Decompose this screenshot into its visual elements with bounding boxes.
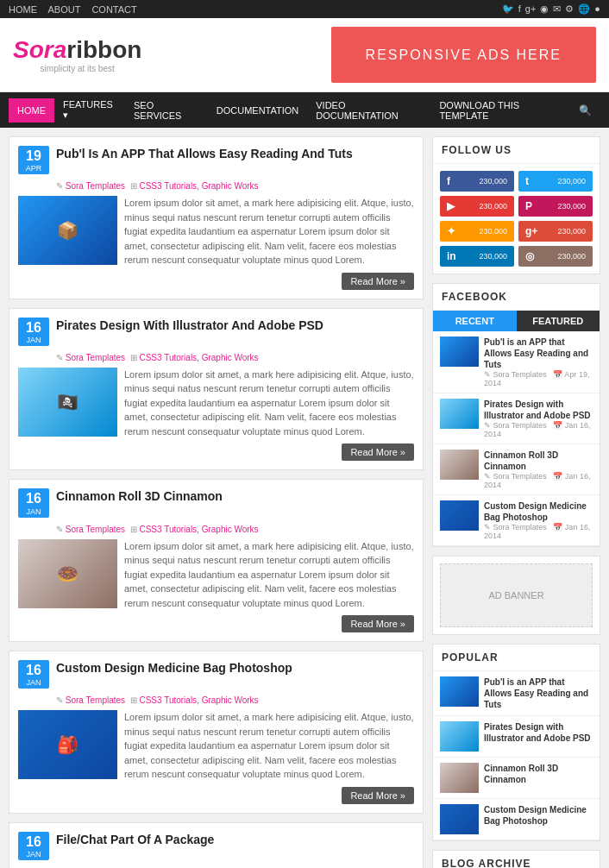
follow-us-section: FOLLOW US f 230,000 t 230,000 ▶ 230,000 — [432, 136, 600, 274]
read-more-button[interactable]: Read More — [342, 443, 414, 461]
topbar-home[interactable]: HOME — [9, 4, 37, 15]
thumb-image: 🎒 — [18, 710, 117, 779]
fb-post-item: Pirates Design with Illustrator and Adob… — [433, 393, 600, 444]
youtube-count: 230,000 — [479, 202, 507, 211]
nav-features[interactable]: FEATURES ▾ — [54, 92, 125, 128]
facebook-follow-button[interactable]: f 230,000 — [440, 171, 514, 192]
header-ad-banner: RESPONSIVE ADS HERE — [331, 27, 596, 83]
category-link[interactable]: CSS3 Tutorials, Graphic Works — [139, 353, 258, 362]
circle-icon[interactable]: ● — [594, 3, 600, 15]
fb-post-title[interactable]: Custom Design Medicine Bag Photoshop — [484, 500, 593, 523]
author-link[interactable]: Sora Templates — [66, 525, 125, 534]
author-link[interactable]: Sora Templates — [66, 181, 125, 191]
read-more-container: Read More — [124, 273, 414, 290]
fb-post-thumbnail — [440, 399, 479, 429]
tab-featured[interactable]: FEATURED — [517, 311, 600, 331]
tab-recent[interactable]: RECENT — [433, 311, 517, 331]
nav-seo-services[interactable]: SEO SERVICES — [125, 93, 208, 128]
google-plus-icon[interactable]: g+ — [525, 3, 537, 15]
category-link[interactable]: CSS3 Tutorials, Graphic Works — [139, 695, 258, 705]
post-thumbnail: 🍩 — [18, 539, 117, 608]
googleplus-follow-button[interactable]: g+ 230,000 — [518, 221, 593, 242]
post-header: 16 JAN Custom Design Medicine Bag Photos… — [18, 660, 414, 689]
instagram-follow-button[interactable]: ◎ 230,000 — [518, 246, 593, 267]
fb-post-title[interactable]: Pirates Design with Illustrator and Adob… — [484, 399, 593, 421]
fb-post-title[interactable]: Pub'l is an APP that Allows Easy Reading… — [484, 337, 593, 370]
rss-icon: ✦ — [447, 225, 455, 237]
rss-icon[interactable]: ◉ — [540, 3, 549, 15]
post-date: 19 APR — [18, 146, 49, 174]
popular-post-title[interactable]: Cinnamon Roll 3D Cinnamon — [484, 763, 593, 785]
post-card: 16 JAN Custom Design Medicine Bag Photos… — [9, 651, 424, 814]
thumb-image: 🏴‍☠️ — [18, 368, 117, 437]
read-more-button[interactable]: Read More — [342, 787, 414, 804]
post-title[interactable]: Pirates Design With Illustrator And Adob… — [56, 318, 414, 333]
post-meta: ✎ Sora Templates ⊞ CSS3 Tutorials, Graph… — [56, 181, 414, 191]
post-day: 16 — [22, 490, 46, 506]
post-thumbnail: 🏴‍☠️ — [18, 368, 117, 437]
fb-post-title[interactable]: Cinnamon Roll 3D Cinnamon — [484, 450, 593, 472]
post-month: JAN — [22, 850, 46, 859]
post-title[interactable]: Pub'l Is An APP That Allows Easy Reading… — [56, 146, 414, 161]
fb-post-thumbnail — [440, 337, 479, 367]
topbar-about[interactable]: ABOUT — [47, 4, 80, 15]
fb-post-meta: ✎ Sora Templates 📅 Jan 16, 2014 — [484, 421, 593, 438]
rss-follow-button[interactable]: ✦ 230,000 — [440, 221, 514, 242]
post-title[interactable]: File/Chat Part Of A Package — [56, 832, 414, 847]
rss-count: 230,000 — [479, 227, 507, 236]
post-title[interactable]: Custom Design Medicine Bag Photoshop — [56, 660, 414, 676]
globe-icon[interactable]: 🌐 — [578, 3, 590, 15]
category-link[interactable]: CSS3 Tutorials, Graphic Works — [139, 525, 258, 534]
read-more-button[interactable]: Read More — [342, 273, 414, 290]
twitter-count: 230,000 — [557, 177, 586, 186]
settings-icon[interactable]: ⚙ — [565, 3, 574, 15]
nav-home[interactable]: HOME — [9, 98, 54, 123]
post-excerpt: Lorem ipsum dolor sit amet, a mark here … — [124, 368, 414, 439]
popular-post-title[interactable]: Pub'l is an APP that Allows Easy Reading… — [484, 676, 593, 710]
post-body: 📦 Lorem ipsum dolor sit amet, a mark her… — [18, 196, 414, 290]
popular-item: Cinnamon Roll 3D Cinnamon — [433, 758, 600, 799]
logo-area: Soraribbon simplicity at its best — [13, 36, 141, 73]
read-more-container: Read More — [124, 787, 414, 804]
twitter-icon[interactable]: 🐦 — [502, 3, 514, 15]
post-content: Lorem ipsum dolor sit amet, a mark here … — [124, 710, 414, 804]
post-month: JAN — [22, 507, 46, 516]
popular-title: POPULAR — [433, 645, 600, 671]
post-date: 16 JAN — [18, 832, 49, 860]
author-link[interactable]: Sora Templates — [66, 695, 125, 705]
nav-download-template[interactable]: DOWNLOAD THIS TEMPLATE — [430, 93, 570, 128]
nav-documentation[interactable]: DOCUMENTATION — [208, 98, 308, 123]
author-link[interactable]: Sora Templates — [66, 353, 125, 362]
facebook-icon[interactable]: f — [518, 3, 521, 15]
main-navigation: HOME FEATURES ▾ SEO SERVICES DOCUMENTATI… — [0, 92, 609, 128]
mail-icon[interactable]: ✉ — [553, 3, 561, 15]
post-month: APR — [22, 164, 46, 173]
youtube-follow-button[interactable]: ▶ 230,000 — [440, 196, 514, 217]
linkedin-follow-button[interactable]: in 230,000 — [440, 246, 514, 267]
post-thumbnail: 📦 — [18, 196, 117, 265]
main-content: 19 APR Pub'l Is An APP That Allows Easy … — [9, 136, 424, 868]
post-body: 🎒 Lorem ipsum dolor sit amet, a mark her… — [18, 710, 414, 804]
fb-post-info: Cinnamon Roll 3D Cinnamon ✎ Sora Templat… — [484, 450, 593, 489]
post-title[interactable]: Cinnamon Roll 3D Cinnamon — [56, 488, 414, 504]
popular-thumbnail — [440, 804, 479, 834]
category-link[interactable]: CSS3 Tutorials, Graphic Works — [139, 181, 258, 191]
nav-video-documentation[interactable]: VIDEO DOCUMENTATION — [307, 93, 430, 128]
post-content: Lorem ipsum dolor sit amet, a mark here … — [124, 539, 414, 633]
post-month: JAN — [22, 678, 46, 687]
twitter-follow-button[interactable]: t 230,000 — [518, 171, 593, 192]
search-icon[interactable]: 🔍 — [570, 97, 600, 123]
post-content: Lorem ipsum dolor sit amet, a mark here … — [124, 196, 414, 290]
popular-post-title[interactable]: Custom Design Medicine Bag Photoshop — [484, 804, 593, 827]
read-more-container: Read More — [124, 615, 414, 632]
fb-post-item: Custom Design Medicine Bag Photoshop ✎ S… — [433, 495, 600, 546]
topbar-contact[interactable]: CONTACT — [91, 4, 136, 15]
fb-post-info: Custom Design Medicine Bag Photoshop ✎ S… — [484, 500, 593, 540]
page-container: 19 APR Pub'l Is An APP That Allows Easy … — [0, 128, 609, 868]
pinterest-follow-button[interactable]: P 230,000 — [518, 196, 593, 217]
fb-post-meta: ✎ Sora Templates 📅 Apr 19, 2014 — [484, 370, 593, 387]
content-wrapper: 19 APR Pub'l Is An APP That Allows Easy … — [0, 128, 609, 868]
popular-post-title[interactable]: Pirates Design with Illustrator and Adob… — [484, 721, 593, 744]
read-more-button[interactable]: Read More — [342, 615, 414, 632]
post-card: 16 JAN Cinnamon Roll 3D Cinnamon ✎ Sora … — [9, 479, 424, 642]
